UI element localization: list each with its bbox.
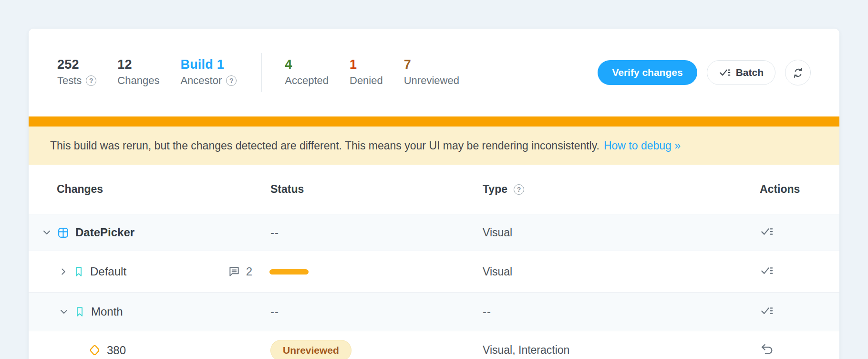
refresh-icon — [792, 66, 805, 79]
batch-accept-icon[interactable] — [760, 224, 774, 239]
stat-accepted: 4 Accepted — [285, 58, 329, 87]
rerun-warning-banner: This build was rerun, but the changes de… — [29, 127, 839, 165]
table-header-row: Changes Status Type ? Actions — [29, 165, 839, 214]
column-header-changes: Changes — [29, 183, 270, 196]
verify-changes-button[interactable]: Verify changes — [598, 60, 697, 85]
accepted-count: 4 — [285, 58, 329, 71]
status-badge-unreviewed: Unreviewed — [270, 340, 351, 359]
header-actions: Verify changes Batch — [598, 60, 811, 85]
stat-denied: 1 Denied — [350, 58, 383, 87]
undo-icon[interactable] — [760, 342, 774, 357]
comment-count-group[interactable]: 2 — [228, 265, 252, 278]
unreviewed-label: Unreviewed — [404, 74, 459, 87]
stat-tests: 252 Tests ? — [57, 58, 96, 87]
column-header-type: Type — [483, 183, 507, 196]
type-help-icon[interactable]: ? — [514, 184, 524, 195]
rerun-build-button[interactable] — [785, 60, 811, 85]
component-name: DatePicker — [75, 226, 134, 239]
tests-label: Tests — [57, 74, 82, 87]
diamond-change-icon — [89, 344, 101, 357]
status-value: -- — [270, 226, 483, 239]
batch-accept-icon[interactable] — [760, 304, 774, 318]
table-row-380[interactable]: 380 Unreviewed Visual, Interaction — [29, 331, 839, 359]
table-row-datepicker[interactable]: DatePicker -- Visual — [29, 214, 839, 251]
table-row-month[interactable]: Month -- -- — [29, 292, 839, 331]
bookmark-icon — [73, 266, 84, 277]
column-header-status: Status — [270, 183, 483, 196]
type-value: Visual — [483, 226, 760, 239]
status-value: -- — [270, 305, 483, 318]
header-divider — [261, 53, 262, 92]
changes-label: Changes — [117, 74, 159, 87]
how-to-debug-link[interactable]: How to debug » — [604, 139, 681, 152]
rerun-accent-strip — [29, 116, 839, 127]
chevron-right-icon[interactable] — [58, 266, 69, 277]
comment-icon — [228, 265, 240, 278]
stat-unreviewed: 7 Unreviewed — [404, 58, 459, 87]
column-header-actions: Actions — [760, 183, 839, 196]
chevron-down-icon[interactable] — [41, 227, 52, 238]
unreviewed-count: 7 — [404, 58, 459, 71]
comment-count: 2 — [246, 265, 252, 278]
type-value: Visual, Interaction — [483, 344, 760, 357]
batch-accept-icon[interactable] — [760, 264, 774, 278]
ancestor-label: Ancestor — [180, 74, 222, 87]
story-name: Month — [91, 305, 123, 318]
denied-count: 1 — [350, 58, 383, 71]
type-value: Visual — [483, 265, 760, 278]
story-name: Default — [90, 265, 126, 278]
bookmark-icon — [74, 306, 85, 317]
build-summary-card: 252 Tests ? 12 Changes Build 1 Ancestor … — [29, 29, 839, 359]
banner-text: This build was rerun, but the changes de… — [50, 139, 599, 152]
change-name: 380 — [107, 344, 126, 357]
tests-help-icon[interactable]: ? — [86, 75, 96, 86]
chevron-down-icon[interactable] — [58, 306, 70, 317]
changes-count: 12 — [117, 58, 159, 71]
status-progress-bar — [269, 269, 309, 275]
component-grid-icon — [57, 227, 69, 239]
ancestor-help-icon[interactable]: ? — [226, 75, 237, 86]
stat-ancestor: Build 1 Ancestor ? — [180, 58, 237, 87]
checklist-icon — [719, 66, 731, 79]
accepted-label: Accepted — [285, 74, 329, 87]
stat-changes: 12 Changes — [117, 58, 159, 87]
build-header: 252 Tests ? 12 Changes Build 1 Ancestor … — [29, 29, 839, 116]
tests-count: 252 — [57, 58, 96, 71]
batch-button-label: Batch — [736, 67, 764, 78]
type-value: -- — [483, 305, 760, 318]
ancestor-build-link[interactable]: Build 1 — [180, 58, 237, 71]
batch-button[interactable]: Batch — [707, 60, 775, 85]
table-row-default[interactable]: Default 2 Visual — [29, 251, 839, 292]
denied-label: Denied — [350, 74, 383, 87]
